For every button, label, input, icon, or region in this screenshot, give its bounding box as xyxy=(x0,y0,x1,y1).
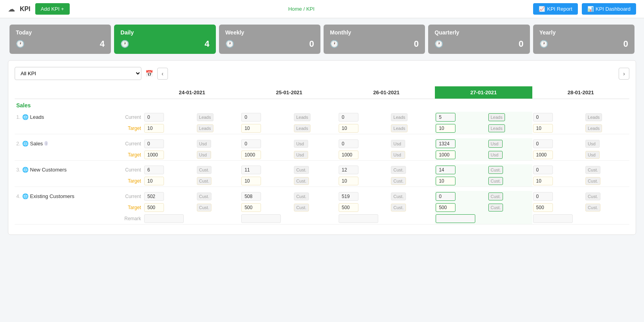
calendar-icon[interactable]: 📅 xyxy=(145,70,153,77)
remark-box-3-1[interactable] xyxy=(241,214,281,223)
curr-val-1-1[interactable]: 0 xyxy=(241,139,261,148)
kpi-filter-select[interactable]: All KPI xyxy=(15,67,141,80)
period-card-yearly[interactable]: Yearly 🕐 0 xyxy=(533,25,634,54)
targ-val-cell-3-4[interactable]: 500 xyxy=(532,202,585,213)
curr-val-2-0[interactable]: 6 xyxy=(144,166,164,174)
curr-val-0-1[interactable]: 0 xyxy=(241,113,261,122)
targ-val-0-0[interactable]: 10 xyxy=(144,124,164,133)
remark-box-3-0[interactable] xyxy=(144,214,184,223)
curr-val-cell-2-3[interactable]: 14 xyxy=(435,164,488,175)
targ-val-cell-1-3[interactable]: 1000 xyxy=(435,149,488,161)
curr-val-cell-3-3[interactable]: 0 xyxy=(435,191,488,202)
targ-val-cell-0-3[interactable]: 10 xyxy=(435,123,488,134)
remark-val-3-4[interactable] xyxy=(532,213,629,225)
curr-val-cell-0-1[interactable]: 0 xyxy=(240,112,293,123)
curr-val-2-1[interactable]: 11 xyxy=(241,166,261,174)
targ-val-cell-3-3[interactable]: 500 xyxy=(435,202,488,213)
targ-val-0-3[interactable]: 10 xyxy=(436,124,455,133)
remark-box-3-2[interactable] xyxy=(339,214,378,223)
kpi-dashboard-button[interactable]: 📊 KPI Dashboard xyxy=(582,3,636,15)
curr-val-3-4[interactable]: 0 xyxy=(533,192,553,201)
targ-val-3-2[interactable]: 500 xyxy=(339,203,358,212)
targ-val-cell-0-4[interactable]: 10 xyxy=(532,123,585,134)
curr-val-2-2[interactable]: 12 xyxy=(339,166,358,174)
targ-val-cell-3-2[interactable]: 500 xyxy=(338,202,391,213)
curr-val-cell-2-4[interactable]: 0 xyxy=(532,164,585,175)
curr-val-cell-2-2[interactable]: 12 xyxy=(338,164,391,175)
curr-val-cell-1-1[interactable]: 0 xyxy=(240,138,293,149)
curr-val-cell-3-1[interactable]: 508 xyxy=(240,191,293,202)
curr-val-cell-0-3[interactable]: 5 xyxy=(435,112,488,123)
next-date-button[interactable]: › xyxy=(619,68,629,80)
curr-val-cell-1-0[interactable]: 0 xyxy=(143,138,196,149)
curr-val-0-3[interactable]: 5 xyxy=(436,113,455,122)
targ-val-1-0[interactable]: 1000 xyxy=(144,151,164,159)
curr-val-0-0[interactable]: 0 xyxy=(144,113,164,122)
curr-val-cell-1-4[interactable]: 0 xyxy=(532,138,585,149)
targ-val-cell-2-1[interactable]: 10 xyxy=(240,175,293,187)
curr-val-3-1[interactable]: 508 xyxy=(241,192,261,201)
targ-val-cell-0-2[interactable]: 10 xyxy=(338,123,391,134)
curr-val-1-3[interactable]: 1324 xyxy=(436,139,455,148)
remark-val-3-3[interactable] xyxy=(435,213,532,225)
targ-val-2-4[interactable]: 10 xyxy=(533,177,553,185)
curr-val-3-3[interactable]: 0 xyxy=(436,192,455,201)
curr-val-cell-3-2[interactable]: 519 xyxy=(338,191,391,202)
curr-val-1-2[interactable]: 0 xyxy=(339,139,358,148)
curr-val-cell-3-4[interactable]: 0 xyxy=(532,191,585,202)
targ-val-2-3[interactable]: 10 xyxy=(436,177,455,185)
targ-val-3-3[interactable]: 500 xyxy=(436,203,455,212)
curr-val-0-2[interactable]: 0 xyxy=(339,113,358,122)
curr-val-3-2[interactable]: 519 xyxy=(339,192,358,201)
curr-val-3-0[interactable]: 502 xyxy=(144,192,164,201)
targ-val-1-2[interactable]: 1000 xyxy=(339,151,358,159)
targ-val-0-4[interactable]: 10 xyxy=(533,124,553,133)
curr-val-2-4[interactable]: 0 xyxy=(533,166,553,174)
targ-val-1-4[interactable]: 1000 xyxy=(533,151,553,159)
targ-val-cell-2-3[interactable]: 10 xyxy=(435,175,488,187)
remark-val-3-1[interactable] xyxy=(240,213,337,225)
remark-box-3-4[interactable] xyxy=(533,214,573,223)
breadcrumb-home[interactable]: Home xyxy=(288,6,302,12)
period-card-quarterly[interactable]: Quarterly 🕐 0 xyxy=(428,25,530,54)
kpi-report-button[interactable]: 📈 KPI Report xyxy=(533,3,578,15)
targ-val-cell-3-0[interactable]: 500 xyxy=(143,202,196,213)
targ-val-cell-0-1[interactable]: 10 xyxy=(240,123,293,134)
period-card-daily[interactable]: Daily 🕐 4 xyxy=(114,25,215,54)
curr-val-cell-3-0[interactable]: 502 xyxy=(143,191,196,202)
curr-val-cell-0-2[interactable]: 0 xyxy=(338,112,391,123)
targ-val-cell-2-4[interactable]: 10 xyxy=(532,175,585,187)
curr-val-cell-2-0[interactable]: 6 xyxy=(143,164,196,175)
add-kpi-button[interactable]: Add KPI + xyxy=(35,3,70,15)
targ-val-0-1[interactable]: 10 xyxy=(241,124,261,133)
targ-val-cell-0-0[interactable]: 10 xyxy=(143,123,196,134)
targ-val-1-1[interactable]: 1000 xyxy=(241,151,261,159)
targ-val-cell-1-2[interactable]: 1000 xyxy=(338,149,391,161)
period-card-weekly[interactable]: Weekly 🕐 0 xyxy=(219,25,320,54)
targ-val-cell-1-0[interactable]: 1000 xyxy=(143,149,196,161)
curr-val-1-4[interactable]: 0 xyxy=(533,139,553,148)
curr-val-cell-1-2[interactable]: 0 xyxy=(338,138,391,149)
targ-val-cell-2-2[interactable]: 10 xyxy=(338,175,391,187)
curr-val-0-4[interactable]: 0 xyxy=(533,113,553,122)
curr-val-cell-2-1[interactable]: 11 xyxy=(240,164,293,175)
curr-val-cell-0-0[interactable]: 0 xyxy=(143,112,196,123)
remark-val-3-0[interactable] xyxy=(143,213,240,225)
curr-val-cell-0-4[interactable]: 0 xyxy=(532,112,585,123)
targ-val-1-3[interactable]: 1000 xyxy=(436,151,455,159)
targ-val-cell-3-1[interactable]: 500 xyxy=(240,202,293,213)
curr-val-2-3[interactable]: 14 xyxy=(436,166,455,174)
targ-val-cell-1-4[interactable]: 1000 xyxy=(532,149,585,161)
targ-val-0-2[interactable]: 10 xyxy=(339,124,358,133)
targ-val-2-1[interactable]: 10 xyxy=(241,177,261,185)
targ-val-cell-2-0[interactable]: 10 xyxy=(143,175,196,187)
remark-box-3-3[interactable] xyxy=(436,214,475,223)
targ-val-2-0[interactable]: 10 xyxy=(144,177,164,185)
curr-val-1-0[interactable]: 0 xyxy=(144,139,164,148)
prev-date-button[interactable]: ‹ xyxy=(157,68,168,80)
targ-val-2-2[interactable]: 10 xyxy=(339,177,358,185)
targ-val-3-1[interactable]: 500 xyxy=(241,203,261,212)
info-icon-1[interactable]: i xyxy=(44,141,48,146)
period-card-today[interactable]: Today 🕐 4 xyxy=(10,25,111,54)
remark-val-3-2[interactable] xyxy=(338,213,435,225)
